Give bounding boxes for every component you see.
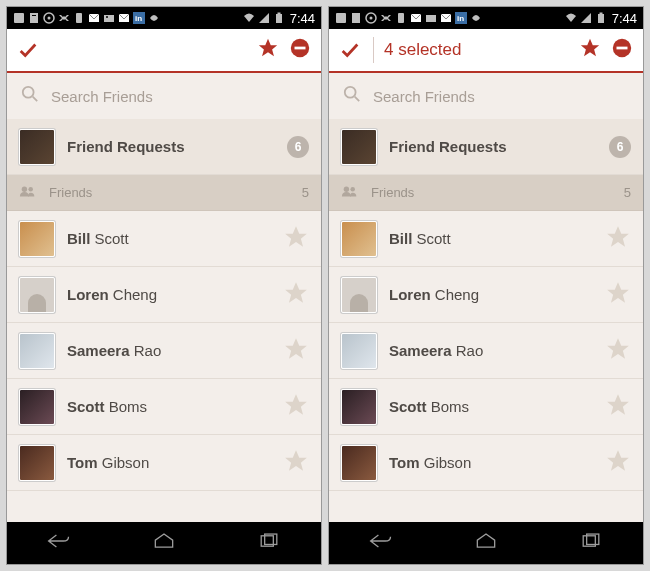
app-header: 4 selected bbox=[329, 29, 643, 73]
confirm-icon[interactable] bbox=[339, 39, 361, 61]
status-icon bbox=[380, 12, 392, 24]
search-input[interactable] bbox=[373, 88, 629, 105]
wifi-icon bbox=[243, 12, 255, 24]
friend-requests-label: Friend Requests bbox=[389, 138, 597, 155]
android-navbar bbox=[329, 522, 643, 564]
friend-row[interactable]: Scott Boms bbox=[329, 379, 643, 435]
status-icon bbox=[13, 12, 25, 24]
svg-rect-12 bbox=[276, 14, 282, 23]
friend-row[interactable]: Sameera Rao bbox=[7, 323, 321, 379]
friend-name: Sameera Rao bbox=[389, 342, 593, 359]
gmail-icon bbox=[440, 12, 452, 24]
favorite-button[interactable] bbox=[579, 37, 601, 63]
phone-right: in 7:44 4 selected Friend Requests 6 Fri… bbox=[328, 6, 644, 565]
friend-requests-row[interactable]: Friend Requests 6 bbox=[7, 119, 321, 175]
avatar bbox=[19, 445, 55, 481]
star-icon[interactable] bbox=[283, 448, 309, 478]
svg-rect-2 bbox=[32, 15, 36, 16]
svg-rect-7 bbox=[104, 15, 114, 22]
friend-name: Scott Boms bbox=[389, 398, 593, 415]
svg-point-19 bbox=[28, 187, 33, 192]
friends-section-icon bbox=[19, 185, 37, 200]
confirm-icon[interactable] bbox=[17, 39, 39, 61]
avatar bbox=[341, 333, 377, 369]
battery-icon bbox=[595, 12, 607, 24]
friend-row[interactable]: Tom Gibson bbox=[329, 435, 643, 491]
remove-button[interactable] bbox=[289, 37, 311, 63]
friend-row[interactable]: Sameera Rao bbox=[329, 323, 643, 379]
friends-section-count: 5 bbox=[624, 185, 631, 200]
star-icon[interactable] bbox=[283, 224, 309, 254]
back-button[interactable] bbox=[46, 531, 72, 555]
svg-line-17 bbox=[33, 97, 38, 102]
friend-name: Loren Cheng bbox=[389, 286, 593, 303]
svg-rect-15 bbox=[295, 47, 306, 50]
status-bar: in 7:44 bbox=[329, 7, 643, 29]
star-icon[interactable] bbox=[605, 280, 631, 310]
friend-name: Sameera Rao bbox=[67, 342, 271, 359]
star-icon[interactable] bbox=[605, 392, 631, 422]
search-icon bbox=[343, 85, 361, 107]
star-icon[interactable] bbox=[605, 336, 631, 366]
friends-section-count: 5 bbox=[302, 185, 309, 200]
home-button[interactable] bbox=[151, 531, 177, 555]
recent-button[interactable] bbox=[578, 531, 604, 555]
status-icon bbox=[425, 12, 437, 24]
star-icon[interactable] bbox=[605, 224, 631, 254]
avatar bbox=[19, 333, 55, 369]
status-icon bbox=[103, 12, 115, 24]
star-icon[interactable] bbox=[283, 336, 309, 366]
svg-rect-28 bbox=[426, 15, 436, 22]
svg-point-16 bbox=[23, 87, 34, 98]
app-header bbox=[7, 29, 321, 73]
friend-row[interactable]: Tom Gibson bbox=[7, 435, 321, 491]
battery-icon bbox=[273, 12, 285, 24]
linkedin-icon: in bbox=[133, 12, 145, 24]
search-row[interactable] bbox=[7, 73, 321, 119]
avatar bbox=[341, 389, 377, 425]
home-button[interactable] bbox=[473, 531, 499, 555]
svg-point-36 bbox=[345, 87, 356, 98]
star-icon[interactable] bbox=[283, 392, 309, 422]
friend-row[interactable]: Loren Cheng bbox=[7, 267, 321, 323]
friend-row[interactable]: Scott Boms bbox=[7, 379, 321, 435]
status-icon bbox=[365, 12, 377, 24]
avatar bbox=[341, 277, 377, 313]
friend-requests-count: 6 bbox=[609, 136, 631, 158]
avatar bbox=[341, 445, 377, 481]
svg-rect-0 bbox=[14, 13, 24, 23]
recent-button[interactable] bbox=[256, 531, 282, 555]
clock: 7:44 bbox=[612, 11, 637, 26]
friend-row[interactable]: Bill Scott bbox=[329, 211, 643, 267]
favorite-button[interactable] bbox=[257, 37, 279, 63]
gmail-icon bbox=[88, 12, 100, 24]
friends-section-label: Friends bbox=[371, 185, 612, 200]
divider bbox=[373, 37, 374, 63]
search-input[interactable] bbox=[51, 88, 307, 105]
friends-section-icon bbox=[341, 185, 359, 200]
star-icon[interactable] bbox=[283, 280, 309, 310]
friend-requests-row[interactable]: Friend Requests 6 bbox=[329, 119, 643, 175]
friend-requests-label: Friend Requests bbox=[67, 138, 275, 155]
status-icon bbox=[58, 12, 70, 24]
back-button[interactable] bbox=[368, 531, 394, 555]
gmail-icon bbox=[118, 12, 130, 24]
remove-button[interactable] bbox=[611, 37, 633, 63]
friend-name: Tom Gibson bbox=[67, 454, 271, 471]
search-row[interactable] bbox=[329, 73, 643, 119]
svg-point-25 bbox=[370, 17, 373, 20]
status-icon bbox=[73, 12, 85, 24]
friends-section-label: Friends bbox=[49, 185, 290, 200]
avatar bbox=[19, 389, 55, 425]
svg-point-18 bbox=[22, 187, 27, 192]
svg-rect-26 bbox=[398, 13, 404, 23]
status-icon bbox=[43, 12, 55, 24]
svg-rect-13 bbox=[277, 13, 280, 15]
star-icon[interactable] bbox=[605, 448, 631, 478]
status-bar: in 7:44 bbox=[7, 7, 321, 29]
svg-rect-33 bbox=[599, 13, 602, 15]
friend-row[interactable]: Loren Cheng bbox=[329, 267, 643, 323]
friend-name: Scott Boms bbox=[67, 398, 271, 415]
friend-row[interactable]: Bill Scott bbox=[7, 211, 321, 267]
selected-count: 4 selected bbox=[384, 40, 462, 60]
